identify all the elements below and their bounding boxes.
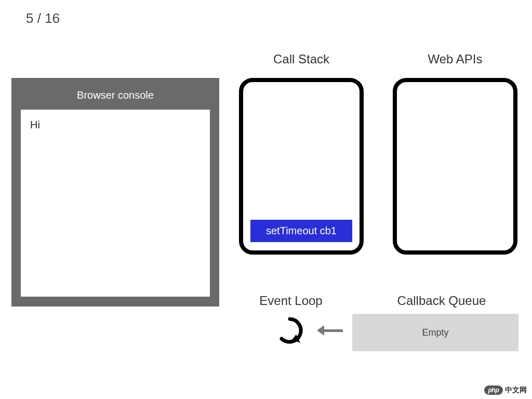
callback-queue-state: Empty (422, 327, 448, 338)
web-apis-box (393, 78, 517, 255)
callback-queue-label: Callback Queue (374, 294, 509, 308)
browser-console-panel: Browser console Hi (11, 78, 219, 307)
watermark: php 中文网 (484, 385, 527, 395)
php-badge: php (484, 385, 503, 395)
event-loop-icon (275, 316, 304, 345)
browser-console-title: Browser console (11, 78, 219, 110)
event-loop-label: Event Loop (239, 294, 343, 308)
stack-frame: setTimeout cb1 (250, 220, 352, 242)
step-counter: 5 / 16 (26, 10, 60, 26)
call-stack-label: Call Stack (239, 52, 364, 66)
arrow-left-icon (317, 325, 343, 336)
watermark-text: 中文网 (505, 385, 527, 395)
call-stack-box: setTimeout cb1 (239, 78, 364, 255)
callback-queue-box: Empty (352, 314, 518, 351)
browser-console-output: Hi (21, 110, 210, 297)
web-apis-label: Web APIs (393, 52, 517, 66)
